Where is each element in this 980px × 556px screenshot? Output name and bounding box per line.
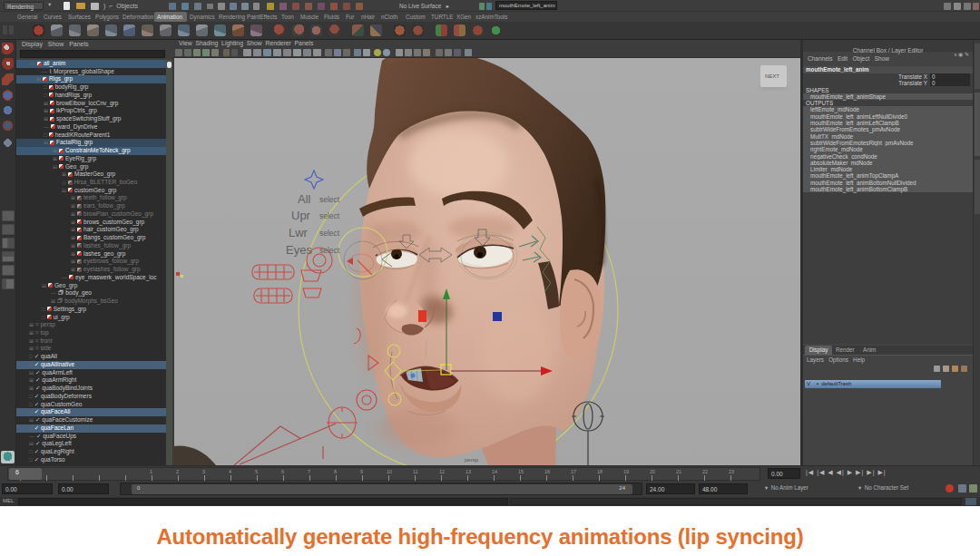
svg-text:Upr: Upr: [291, 209, 311, 222]
svg-text:All: All: [298, 192, 311, 206]
svg-text:select: select: [319, 229, 340, 238]
svg-text:select: select: [319, 195, 340, 204]
svg-text:select: select: [319, 211, 340, 220]
svg-text:persp: persp: [465, 457, 479, 463]
svg-text:select: select: [319, 246, 340, 255]
svg-text:Eyes: Eyes: [286, 243, 312, 257]
svg-text:NEXT: NEXT: [765, 73, 779, 79]
svg-text:Lwr: Lwr: [289, 226, 309, 239]
